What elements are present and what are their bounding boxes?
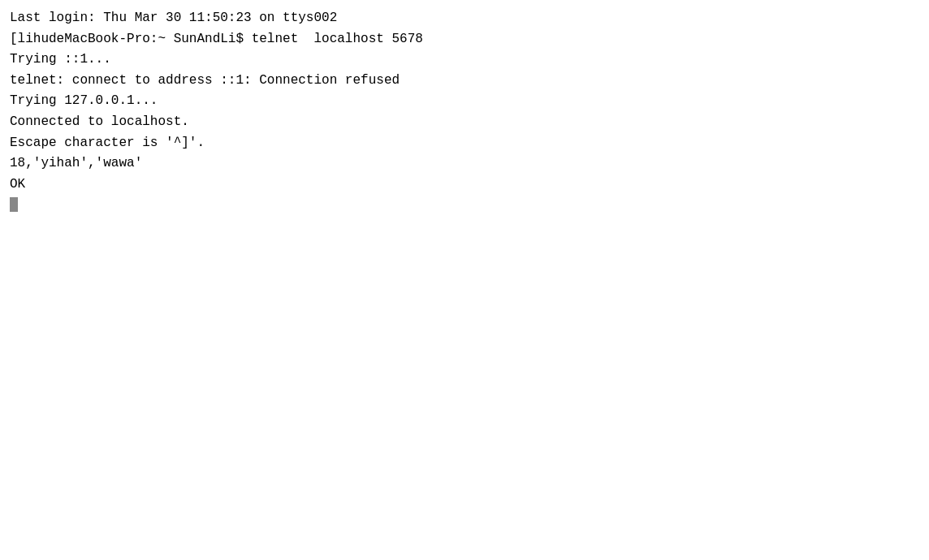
terminal-line-5: Trying 127.0.0.1... <box>10 91 919 112</box>
terminal-line-6: Connected to localhost. <box>10 112 919 133</box>
cursor-block <box>10 197 18 212</box>
terminal-line-2: [lihudeMacBook-Pro:~ SunAndLi$ telnet lo… <box>10 29 919 50</box>
terminal-window[interactable]: Last login: Thu Mar 30 11:50:23 on ttys0… <box>0 0 929 560</box>
terminal-line-9: OK <box>10 174 919 196</box>
terminal-line-8: 18,'yihah','wawa' <box>10 153 919 174</box>
terminal-line-7: Escape character is '^]'. <box>10 133 919 154</box>
terminal-line-1: Last login: Thu Mar 30 11:50:23 on ttys0… <box>10 8 919 29</box>
terminal-cursor-line <box>10 195 919 216</box>
terminal-line-3: Trying ::1... <box>10 50 919 71</box>
terminal-line-4: telnet: connect to address ::1: Connecti… <box>10 71 919 92</box>
